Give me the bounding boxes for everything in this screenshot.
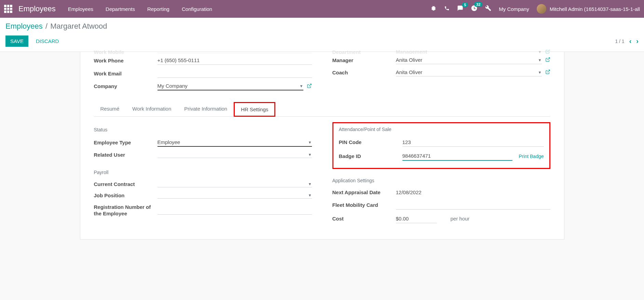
messages-badge: 5 — [462, 2, 468, 7]
phone-icon[interactable] — [444, 5, 450, 12]
status-section-title: Status — [94, 127, 312, 132]
coach-value: Anita Oliver — [396, 69, 423, 75]
department-label: Department — [332, 50, 396, 54]
registration-number-input[interactable] — [157, 206, 312, 215]
fleet-card-label: Fleet Mobility Card — [332, 202, 396, 209]
cost-input[interactable] — [396, 214, 437, 223]
app-settings-section-title: Application Settings — [332, 178, 550, 183]
breadcrumb: Employees / Margaret Atwood — [5, 22, 639, 31]
employee-type-value: Employee — [157, 139, 180, 145]
attendance-section-title: Attendance/Point of Sale — [339, 127, 544, 132]
external-link-icon[interactable] — [307, 83, 312, 89]
brand-title: Employees — [18, 4, 56, 13]
coach-select[interactable]: Anita Oliver▼ — [396, 68, 542, 76]
work-phone-label: Work Phone — [94, 58, 157, 63]
job-position-select[interactable]: ▼ — [157, 192, 312, 199]
next-appraisal-label: Next Appraisal Date — [332, 189, 396, 196]
work-email-label: Work Email — [94, 71, 157, 76]
manager-select[interactable]: Anita Oliver▼ — [396, 56, 542, 64]
employee-type-select[interactable]: Employee▼ — [157, 138, 312, 147]
attendance-highlight-box: Attendance/Point of Sale PIN Code Badge … — [332, 122, 550, 169]
current-contract-label: Current Contract — [94, 181, 157, 188]
nav-departments[interactable]: Departments — [106, 6, 135, 12]
coach-label: Coach — [332, 70, 396, 75]
print-badge-button[interactable]: Print Badge — [519, 154, 544, 159]
messages-icon[interactable]: 5 — [457, 5, 463, 13]
chevron-down-icon: ▼ — [308, 153, 312, 157]
activity-icon[interactable]: 32 — [471, 5, 478, 13]
chevron-down-icon: ▼ — [300, 84, 303, 88]
manager-label: Manager — [332, 57, 396, 63]
external-link-icon[interactable] — [545, 69, 550, 75]
chevron-down-icon: ▼ — [538, 70, 542, 74]
tab-private-information[interactable]: Private Information — [178, 102, 234, 116]
cost-unit: per hour — [451, 216, 470, 222]
company-value: My Company — [157, 83, 188, 89]
work-phone-input[interactable] — [157, 56, 312, 65]
breadcrumb-root[interactable]: Employees — [5, 22, 43, 30]
user-name: Mitchell Admin (16514037-saas-15-1-all — [550, 6, 640, 12]
chevron-down-icon: ▼ — [538, 58, 542, 62]
company-selector[interactable]: My Company — [499, 6, 529, 12]
payroll-section-title: Payroll — [94, 170, 312, 175]
pin-code-input[interactable] — [402, 138, 544, 147]
work-email-input[interactable] — [157, 69, 312, 78]
apps-icon[interactable] — [4, 5, 12, 13]
avatar — [537, 4, 546, 14]
related-user-label: Related User — [94, 152, 157, 158]
pager-text: 1 / 1 — [615, 39, 624, 44]
discard-button[interactable]: DISCARD — [31, 35, 64, 47]
department-value: Management — [396, 50, 427, 54]
bug-icon[interactable] — [430, 5, 437, 13]
fleet-card-input[interactable] — [396, 201, 550, 210]
activity-badge: 32 — [474, 2, 482, 7]
pager-prev[interactable]: ‹ — [629, 37, 632, 45]
related-user-select[interactable]: ▼ — [157, 152, 312, 158]
tab-hr-settings[interactable]: HR Settings — [234, 102, 275, 117]
company-label: Company — [94, 83, 157, 89]
manager-value: Anita Oliver — [396, 57, 423, 63]
tools-icon[interactable] — [485, 5, 491, 13]
current-contract-select[interactable]: ▼ — [157, 181, 312, 187]
pin-code-label: PIN Code — [339, 139, 402, 146]
nav-reporting[interactable]: Reporting — [147, 6, 169, 12]
nav-employees[interactable]: Employees — [68, 6, 93, 12]
tab-resume[interactable]: Resumé — [94, 102, 126, 116]
job-position-label: Job Position — [94, 192, 157, 199]
external-link-icon[interactable] — [545, 57, 550, 63]
nav-configuration[interactable]: Configuration — [182, 6, 212, 12]
chevron-down-icon: ▼ — [308, 140, 312, 144]
user-menu[interactable]: Mitchell Admin (16514037-saas-15-1-all — [537, 4, 640, 14]
breadcrumb-current: Margaret Atwood — [50, 22, 107, 30]
badge-id-input[interactable] — [402, 152, 513, 161]
tab-work-information[interactable]: Work Information — [126, 102, 178, 116]
company-select[interactable]: My Company ▼ — [157, 82, 303, 90]
cost-label: Cost — [332, 215, 396, 222]
next-appraisal-value: 12/08/2022 — [396, 189, 422, 195]
registration-number-label: Registration Number of the Employee — [94, 204, 157, 217]
chevron-down-icon: ▼ — [308, 182, 312, 186]
chevron-down-icon: ▼ — [308, 193, 312, 197]
save-button[interactable]: SAVE — [5, 35, 28, 47]
work-mobile-label: Work Mobile — [94, 50, 157, 54]
employee-type-label: Employee Type — [94, 139, 157, 146]
external-link-icon[interactable] — [545, 50, 550, 54]
pager-next[interactable]: › — [636, 37, 639, 45]
badge-id-label: Badge ID — [339, 153, 402, 160]
